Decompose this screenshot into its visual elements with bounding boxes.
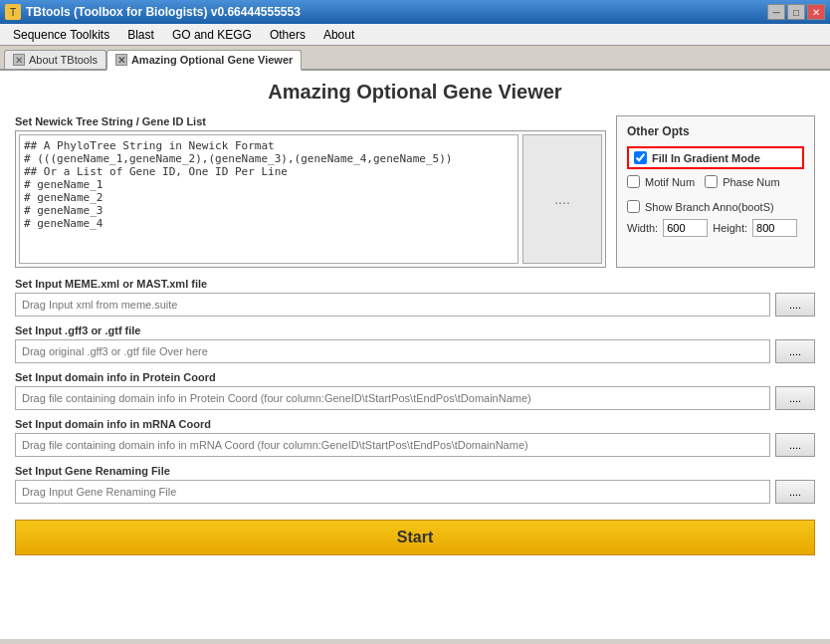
menu-bar: Sequence Toolkits Blast GO and KEGG Othe…	[0, 24, 830, 46]
file-renaming-input[interactable]	[15, 480, 770, 504]
file-meme-label: Set Input MEME.xml or MAST.xml file	[15, 278, 815, 290]
file-domain-mrna-label: Set Input domain info in mRNA Coord	[15, 418, 815, 430]
show-branch-checkbox[interactable]	[627, 200, 640, 213]
title-bar: T TBtools (Toolbox for Biologists) v0.66…	[0, 0, 830, 24]
tab-about-tbtools[interactable]: ✕ About TBtools	[4, 50, 106, 69]
file-gff-label: Set Input .gff3 or .gtf file	[15, 324, 815, 336]
other-opts-title: Other Opts	[627, 124, 804, 138]
file-section-gff: Set Input .gff3 or .gtf file ....	[15, 324, 815, 363]
top-section: Set Newick Tree String / Gene ID List ##…	[15, 115, 815, 268]
tab-gene-viewer[interactable]: ✕ Amazing Optional Gene Viewer	[106, 50, 302, 71]
tab-viewer-label: Amazing Optional Gene Viewer	[131, 54, 293, 66]
phase-num-row: Phase Num	[705, 175, 779, 188]
minimize-button[interactable]: ─	[767, 4, 785, 20]
file-domain-protein-input[interactable]	[15, 386, 770, 410]
title-bar-text: TBtools (Toolbox for Biologists) v0.6644…	[26, 5, 301, 19]
tab-about-label: About TBtools	[29, 54, 98, 66]
file-sections: Set Input MEME.xml or MAST.xml file ....…	[15, 278, 815, 504]
width-input[interactable]	[663, 219, 708, 237]
maximize-button[interactable]: □	[787, 4, 805, 20]
file-renaming-button[interactable]: ....	[775, 480, 815, 504]
title-bar-left: T TBtools (Toolbox for Biologists) v0.66…	[5, 4, 301, 20]
file-renaming-label: Set Input Gene Renaming File	[15, 465, 815, 477]
file-domain-protein-row: ....	[15, 386, 815, 410]
file-section-renaming: Set Input Gene Renaming File ....	[15, 465, 815, 504]
width-label: Width:	[627, 222, 658, 234]
file-section-domain-protein: Set Input domain info in Protein Coord .…	[15, 371, 815, 410]
close-button[interactable]: ✕	[807, 4, 825, 20]
other-opts-section: Other Opts Fill In Gradient Mode Motif N…	[616, 115, 815, 268]
menu-sequence-toolkits[interactable]: Sequence Toolkits	[5, 26, 117, 44]
file-meme-input[interactable]	[15, 293, 770, 317]
menu-blast[interactable]: Blast	[119, 26, 162, 44]
height-label: Height:	[713, 222, 747, 234]
file-domain-mrna-button[interactable]: ....	[775, 433, 815, 457]
newick-textarea[interactable]: ## A PhyloTree String in Newick Format #…	[19, 134, 519, 264]
file-meme-button[interactable]: ....	[775, 293, 815, 317]
show-branch-row: Show Branch Anno(bootS)	[627, 200, 804, 213]
fill-gradient-label: Fill In Gradient Mode	[652, 152, 760, 164]
fill-gradient-row: Fill In Gradient Mode	[627, 146, 804, 169]
file-section-meme: Set Input MEME.xml or MAST.xml file ....	[15, 278, 815, 317]
start-button[interactable]: Start	[15, 520, 815, 555]
page-title: Amazing Optional Gene Viewer	[15, 81, 815, 104]
menu-go-kegg[interactable]: GO and KEGG	[164, 26, 260, 44]
newick-inner: ## A PhyloTree String in Newick Format #…	[15, 130, 606, 268]
fill-gradient-checkbox[interactable]	[634, 151, 647, 164]
file-section-domain-mrna: Set Input domain info in mRNA Coord ....	[15, 418, 815, 457]
phase-num-checkbox[interactable]	[705, 175, 718, 188]
width-height-row: Width: Height:	[627, 219, 804, 237]
motif-phase-row: Motif Num Phase Num	[627, 175, 804, 194]
main-content: Amazing Optional Gene Viewer Set Newick …	[0, 71, 830, 639]
newick-label: Set Newick Tree String / Gene ID List	[15, 115, 606, 127]
tab-bar: ✕ About TBtools ✕ Amazing Optional Gene …	[0, 46, 830, 71]
newick-section: Set Newick Tree String / Gene ID List ##…	[15, 115, 606, 268]
phase-num-label: Phase Num	[723, 176, 779, 188]
file-domain-mrna-input[interactable]	[15, 433, 770, 457]
file-domain-protein-button[interactable]: ....	[775, 386, 815, 410]
menu-about[interactable]: About	[315, 26, 362, 44]
show-branch-label: Show Branch Anno(bootS)	[645, 201, 774, 213]
file-renaming-row: ....	[15, 480, 815, 504]
tab-close-viewer[interactable]: ✕	[115, 54, 127, 66]
newick-preview-button[interactable]: ....	[522, 134, 602, 264]
file-meme-row: ....	[15, 293, 815, 317]
file-domain-protein-label: Set Input domain info in Protein Coord	[15, 371, 815, 383]
tab-close-about[interactable]: ✕	[13, 54, 25, 66]
window-controls: ─ □ ✕	[767, 4, 825, 20]
file-domain-mrna-row: ....	[15, 433, 815, 457]
app-icon: T	[5, 4, 21, 20]
motif-num-label: Motif Num	[645, 176, 695, 188]
motif-num-row: Motif Num	[627, 175, 695, 188]
file-gff-button[interactable]: ....	[775, 339, 815, 363]
motif-num-checkbox[interactable]	[627, 175, 640, 188]
menu-others[interactable]: Others	[262, 26, 313, 44]
height-input[interactable]	[752, 219, 797, 237]
file-gff-row: ....	[15, 339, 815, 363]
file-gff-input[interactable]	[15, 339, 770, 363]
